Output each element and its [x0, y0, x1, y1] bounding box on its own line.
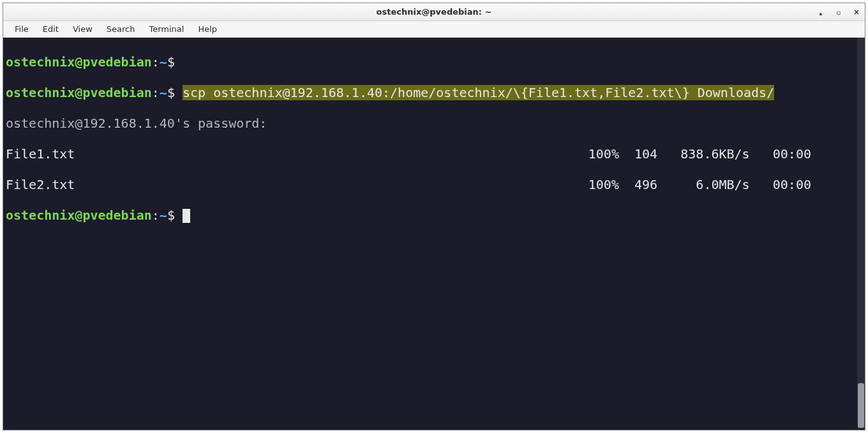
prompt-userhost: ostechnix@pvedebian — [6, 85, 152, 100]
menu-view[interactable]: View — [66, 23, 99, 35]
transfer-eta: 00:00 — [773, 146, 811, 162]
transfer-size: 104 — [634, 146, 657, 162]
scrollbar[interactable] — [857, 38, 865, 429]
transfer-filename: File2.txt — [6, 177, 75, 192]
menu-search[interactable]: Search — [100, 23, 142, 35]
transfer-size: 496 — [634, 177, 657, 192]
transfer-row: File1.txt100% 104 838.6KB/s 00:00 — [6, 146, 862, 162]
menubar: File Edit View Search Terminal Help — [3, 21, 865, 38]
prompt-path: ~ — [160, 208, 167, 223]
transfer-filename: File1.txt — [6, 146, 75, 162]
password-prompt-line: ostechnix@192.168.1.40's password: — [6, 116, 862, 131]
transfer-stats: 100% 104 838.6KB/s 00:00 — [588, 146, 862, 162]
transfer-speed: 838.6KB/s — [680, 146, 749, 162]
transfer-speed: 6.0MB/s — [696, 177, 749, 192]
password-prompt: ostechnix@192.168.1.40's password: — [6, 116, 267, 131]
transfer-row: File2.txt100% 496 6.0MB/s 00:00 — [6, 177, 862, 192]
window-title: ostechnix@pvedebian: ~ — [377, 7, 492, 17]
prompt-line-cursor: ostechnix@pvedebian:~$ — [6, 208, 862, 223]
cursor-icon — [183, 209, 190, 223]
terminal-window: ostechnix@pvedebian: ~ . ▫ × File Edit V… — [3, 3, 865, 430]
prompt-colon: : — [152, 208, 160, 223]
menu-terminal[interactable]: Terminal — [142, 23, 190, 35]
minimize-button[interactable]: . — [816, 8, 825, 17]
prompt-colon: : — [152, 85, 160, 100]
transfer-percent: 100% — [588, 146, 619, 162]
prompt-colon: : — [152, 54, 160, 70]
prompt-line-empty: ostechnix@pvedebian:~$ — [6, 54, 862, 70]
transfer-eta: 00:00 — [773, 177, 811, 192]
prompt-dollar: $ — [167, 54, 175, 70]
prompt-userhost: ostechnix@pvedebian — [6, 208, 152, 223]
scrollbar-thumb[interactable] — [858, 383, 864, 428]
maximize-button[interactable]: ▫ — [834, 8, 843, 17]
prompt-dollar: $ — [167, 85, 175, 100]
menu-edit[interactable]: Edit — [36, 23, 65, 35]
prompt-userhost: ostechnix@pvedebian — [6, 54, 152, 70]
close-button[interactable]: × — [852, 8, 861, 17]
terminal-content[interactable]: ostechnix@pvedebian:~$ ostechnix@pvedebi… — [3, 38, 865, 430]
transfer-percent: 100% — [588, 177, 619, 192]
transfer-stats: 100% 496 6.0MB/s 00:00 — [588, 177, 862, 192]
prompt-path: ~ — [160, 54, 167, 70]
titlebar[interactable]: ostechnix@pvedebian: ~ . ▫ × — [3, 3, 865, 21]
prompt-dollar: $ — [167, 208, 175, 223]
prompt-path: ~ — [160, 85, 167, 100]
command-text: scp ostechnix@192.168.1.40:/home/ostechn… — [183, 85, 774, 100]
menu-help[interactable]: Help — [191, 23, 223, 35]
window-controls: . ▫ × — [816, 3, 861, 21]
command-line: ostechnix@pvedebian:~$ scp ostechnix@192… — [6, 85, 862, 100]
menu-file[interactable]: File — [8, 23, 35, 35]
